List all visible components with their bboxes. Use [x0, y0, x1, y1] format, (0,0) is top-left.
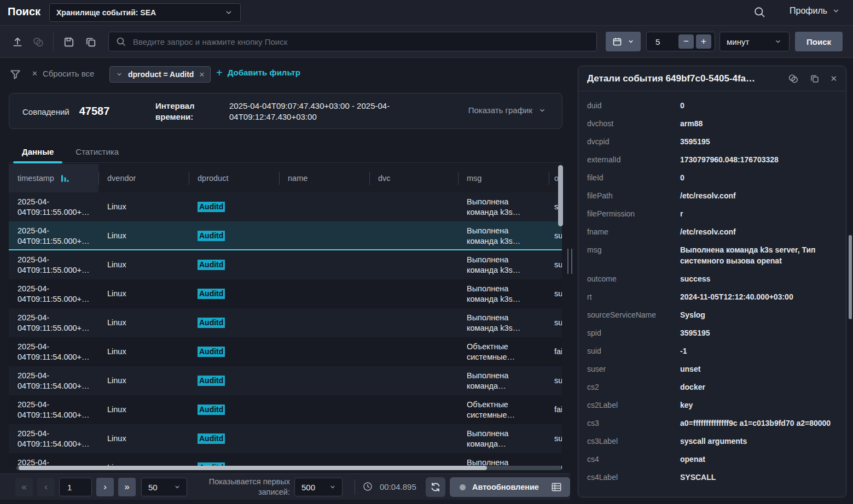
- detail-field-row: filePath /etc/resolv.conf: [587, 190, 837, 201]
- cell-dvendor: Linux: [98, 366, 189, 395]
- cell-msg: Выполнена команда…: [458, 366, 549, 395]
- export-icon[interactable]: [11, 36, 24, 49]
- page-number-input[interactable]: [59, 478, 92, 496]
- panel-resize-handle[interactable]: [567, 249, 572, 274]
- sort-histogram-icon[interactable]: [61, 174, 69, 183]
- detail-field-row: suser unset: [587, 364, 837, 374]
- search-button[interactable]: Поиск: [795, 32, 843, 51]
- detail-field-key: cs4Label: [587, 472, 680, 483]
- record-limit-select[interactable]: 500: [294, 478, 343, 496]
- interval-unit-select[interactable]: минут: [719, 32, 790, 51]
- reset-filters-button[interactable]: ✕ Сбросить все: [32, 69, 94, 78]
- footer-divider: [355, 479, 355, 495]
- column-header-dvc[interactable]: dvc: [369, 164, 458, 192]
- tab[interactable]: Данные: [13, 141, 62, 162]
- event-details-panel: Детали события 649bf7c0-5405-4fa… ✕ duid…: [578, 66, 846, 497]
- first-page-button[interactable]: «: [15, 478, 33, 496]
- cell-outcome: success: [549, 366, 562, 395]
- table-row[interactable]: 2025-04-04T09:11:55.000+… Linux Auditd В…: [9, 250, 562, 279]
- detail-field-row: suid -1: [587, 345, 837, 356]
- search-icon: [115, 36, 126, 47]
- result-tabs: Данные Статистика: [9, 141, 562, 163]
- table-row[interactable]: 2025-04-04T09:11:54.000+… Linux Auditd О…: [9, 395, 562, 424]
- detail-field-key: dvcpid: [587, 136, 680, 147]
- storage-select[interactable]: Хранилище событий: SEA: [49, 3, 241, 22]
- pagination-bar: « ‹ › » 50 Показывается первых записей: …: [0, 473, 570, 500]
- detail-field-key: fileId: [587, 172, 680, 183]
- detail-field-key: cs3: [587, 418, 680, 429]
- detail-field-value: openat: [680, 454, 837, 465]
- add-filter-button[interactable]: + Добавить фильтр: [216, 68, 300, 77]
- next-page-button[interactable]: ›: [96, 478, 114, 496]
- prev-page-button[interactable]: ‹: [37, 478, 55, 496]
- interval-increment-button[interactable]: +: [696, 34, 711, 49]
- column-header-timestamp[interactable]: timestamp: [9, 164, 98, 192]
- detail-field-value: 0: [680, 172, 837, 183]
- page-size-select[interactable]: 50: [141, 478, 187, 496]
- column-header-label: msg: [467, 174, 481, 183]
- dproduct-badge: Auditd: [198, 231, 225, 241]
- column-header-dproduct[interactable]: dproduct: [189, 164, 279, 192]
- detail-field-key: rt: [587, 291, 680, 302]
- table-row[interactable]: 2025-04-04T09:11:54.000+… Linux Auditd О…: [9, 337, 562, 366]
- horizontal-scrollbar[interactable]: [16, 466, 561, 470]
- cell-dvc: [369, 221, 458, 250]
- columns-settings-icon[interactable]: [550, 481, 562, 493]
- detail-field-value: 3595195: [680, 327, 837, 338]
- last-page-button[interactable]: »: [118, 478, 136, 496]
- filter-chip-label: dproduct = Auditd: [128, 70, 194, 79]
- show-chart-button[interactable]: Показать график: [468, 106, 547, 115]
- close-icon[interactable]: ✕: [830, 74, 837, 84]
- interval-decrement-button[interactable]: −: [678, 34, 694, 49]
- profile-menu[interactable]: Профиль: [790, 6, 840, 16]
- table-row[interactable]: 2025-04-04T09:11:55.000+… Linux Auditd В…: [9, 221, 562, 250]
- remove-filter-icon[interactable]: ✕: [199, 71, 205, 79]
- table-scrollbar-thumb[interactable]: [558, 165, 563, 226]
- matches-label: Совпадений: [22, 107, 69, 116]
- calendar-button[interactable]: [606, 32, 641, 51]
- cell-name: [279, 308, 369, 337]
- table-row[interactable]: 2025-04-04T09:11:54.000+… Linux Auditd В…: [9, 366, 562, 395]
- cell-timestamp: 2025-04-04T09:11:55.000+…: [9, 308, 98, 337]
- detail-field-key: suid: [587, 345, 680, 356]
- table-row[interactable]: 2025-04-04T09:11:55.000+… Linux Auditd В…: [9, 308, 562, 337]
- save-query-icon[interactable]: [62, 36, 76, 49]
- filter-chip[interactable]: dproduct = Auditd ✕: [109, 66, 211, 83]
- column-header-msg[interactable]: msg: [458, 164, 549, 192]
- column-header-label: timestamp: [18, 174, 54, 183]
- details-scrollbar-thumb[interactable]: [849, 235, 852, 319]
- interval-stepper: − +: [646, 32, 715, 51]
- refresh-button[interactable]: [426, 477, 445, 497]
- detail-field-row: fileId 0: [587, 172, 837, 183]
- query-input[interactable]: [132, 37, 590, 47]
- cell-outcome: success: [549, 308, 562, 337]
- copy-icon[interactable]: [809, 73, 820, 84]
- cell-dvendor: Linux: [98, 192, 189, 221]
- detail-field-value: key: [680, 400, 837, 411]
- interval-value-input[interactable]: [654, 37, 676, 47]
- global-search-icon[interactable]: [753, 5, 766, 19]
- cell-timestamp: 2025-04-04T09:11:54.000+…: [9, 424, 98, 453]
- tab[interactable]: Статистика: [67, 141, 127, 162]
- reset-filters-label: Сбросить все: [43, 69, 94, 78]
- column-header-dvendor[interactable]: dvendor: [98, 164, 189, 192]
- link-events-icon[interactable]: [787, 73, 799, 85]
- plus-icon: +: [216, 68, 223, 77]
- table-row[interactable]: 2025-04-04T09:11:55.000+… Linux Auditd В…: [9, 192, 562, 221]
- table-row[interactable]: 2025-04-04T09:11:54.000+… Linux Auditd В…: [9, 424, 562, 453]
- cell-dvc: [369, 250, 458, 279]
- column-header-name[interactable]: name: [279, 164, 369, 192]
- elapsed-time-value: 00:04.895: [380, 482, 416, 491]
- autorefresh-toggle[interactable]: Автообновление: [450, 477, 570, 497]
- time-interval-label: Интервал времени:: [155, 101, 206, 122]
- cell-dproduct: Auditd: [189, 366, 279, 395]
- results-summary-panel: Совпадений 47587 Интервал времени: 2025-…: [9, 93, 562, 129]
- detail-field-row: cs4 openat: [587, 454, 837, 465]
- horizontal-scrollbar-thumb[interactable]: [19, 466, 487, 470]
- cell-name: [279, 395, 369, 424]
- cell-dproduct: Auditd: [189, 308, 279, 337]
- link-events-icon[interactable]: [32, 36, 45, 49]
- table-row[interactable]: 2025-04-04T09:11:55.000+… Linux Auditd В…: [9, 279, 562, 308]
- detail-field-value: r: [680, 208, 837, 219]
- copy-query-icon[interactable]: [84, 36, 97, 49]
